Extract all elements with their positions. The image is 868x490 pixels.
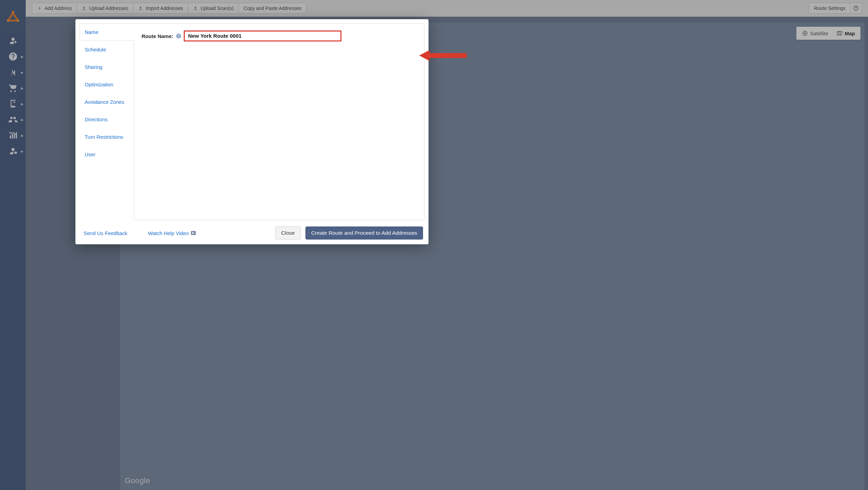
tab-label: Name [85,29,98,35]
tab-label: Schedule [85,47,106,52]
modal-tab-user[interactable]: User [80,146,134,163]
modal-tab-turn-restrictions[interactable]: Turn Restrictions [80,128,134,146]
modal-tab-name[interactable]: Name [80,23,134,41]
help-icon[interactable]: ? [176,34,181,38]
button-label: Create Route and Proceed to Add Addresse… [311,230,417,236]
route-name-label: Route Name: [142,33,173,39]
tab-label: Turn Restrictions [85,134,123,140]
tab-label: Directions [85,117,108,122]
route-name-input[interactable] [184,30,341,41]
modal-tab-sharing[interactable]: Sharing [80,58,134,76]
modal-footer: Send Us Feedback Watch Help Video Close … [75,224,429,244]
modal-tabs: Name Schedule Sharing Optimization Avoid… [80,23,134,220]
link-label: Watch Help Video [148,230,189,236]
link-label: Send Us Feedback [84,230,128,236]
route-settings-modal: Name Schedule Sharing Optimization Avoid… [75,19,429,244]
video-icon [191,231,196,235]
tab-label: User [85,151,96,157]
modal-panel: Route Name: ? [134,23,424,220]
close-button[interactable]: Close [275,226,301,240]
modal-tab-avoidance[interactable]: Avoidance Zones [80,93,134,111]
modal-tab-directions[interactable]: Directions [80,111,134,128]
watch-help-video-link[interactable]: Watch Help Video [148,230,196,236]
modal-tab-optimization[interactable]: Optimization [80,76,134,93]
send-feedback-link[interactable]: Send Us Feedback [84,230,128,236]
tab-label: Optimization [85,82,113,87]
tab-label: Sharing [85,64,103,70]
route-name-row: Route Name: ? [142,30,417,41]
create-route-button[interactable]: Create Route and Proceed to Add Addresse… [305,226,423,240]
button-label: Close [281,230,295,236]
tab-label: Avoidance Zones [85,99,124,105]
modal-tab-schedule[interactable]: Schedule [80,41,134,58]
